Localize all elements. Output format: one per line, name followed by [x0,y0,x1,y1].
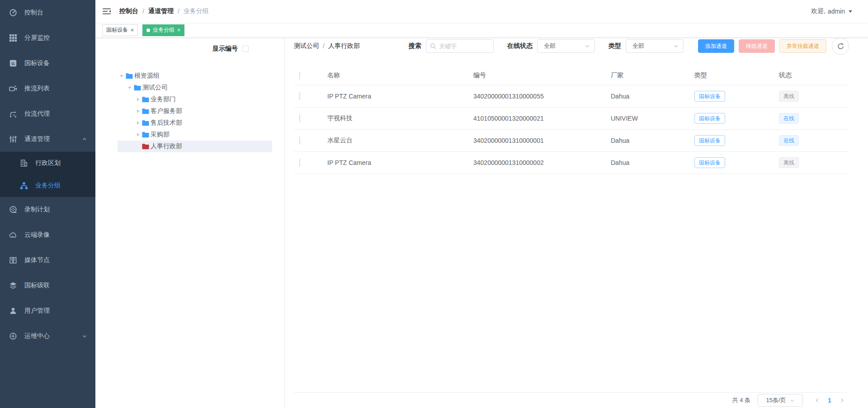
sidebar-item-split-screen[interactable]: 分屏监控 [0,25,95,51]
row-checkbox[interactable] [299,159,300,167]
username: admin [828,8,845,15]
chevron-down-icon [82,333,87,339]
column-header-vendor: 厂家 [611,66,694,85]
channel-name: 宇视科技 [327,107,473,129]
sidebar-item-label: 用户管理 [24,307,50,315]
search-input[interactable] [439,43,490,50]
main-content: 显示编号 根资源组 测试公司 业务部门 客户服务部 [95,38,868,408]
tree-node-label: 根资源组 [134,72,160,80]
channel-name: IP PTZ Camera [327,85,473,107]
ops-center-icon [9,332,17,340]
search-group: 搜索 [409,39,494,53]
page-size-select[interactable]: 15条/页 [758,394,803,407]
sidebar-item-gb-device[interactable]: G 国标设备 [0,51,95,76]
select-all-checkbox[interactable] [299,71,300,80]
type-label: 类型 [609,42,621,50]
caret-down-icon[interactable] [118,73,126,79]
tree-node[interactable]: 售后技术部 [118,117,272,129]
sidebar-item-user-manage[interactable]: 用户管理 [0,298,95,324]
channel-vendor: Dahua [611,151,694,174]
chevron-up-icon [82,136,87,142]
column-header-code: 编号 [473,66,611,85]
breadcrumb-item[interactable]: 控制台 [119,7,138,15]
caret-right-icon[interactable] [134,109,142,113]
tree-node-label: 业务部门 [151,95,176,103]
type-tag: 国标设备 [694,113,725,124]
type-tag: 国标设备 [694,157,725,168]
tree-node[interactable]: 根资源组 [118,70,272,82]
online-status-label: 在线状态 [507,42,533,50]
status-badge: 离线 [779,157,799,168]
group-tree-panel: 显示编号 根资源组 测试公司 业务部门 客户服务部 [95,38,285,408]
close-icon[interactable] [177,28,180,33]
tree-node[interactable]: 采购部 [118,129,272,141]
online-status-select[interactable]: 全部 [537,39,595,53]
tab-gb-device[interactable]: 国标设备 [102,24,138,36]
sidebar-item-gb-cascade[interactable]: 国标级联 [0,273,95,298]
type-value: 全部 [632,42,644,50]
remove-channel-button[interactable]: 移除通道 [739,39,775,53]
caret-down-icon[interactable] [126,84,134,91]
channel-manage-submenu: 行政区划 业务分组 [0,152,95,197]
refresh-button[interactable] [832,38,849,55]
show-code-checkbox[interactable] [242,46,249,52]
sidebar-item-business-group[interactable]: 业务分组 [0,174,95,197]
welcome-text: 欢迎, [811,7,826,15]
channel-manage-icon [9,135,17,143]
channel-name: 水星云台 [327,129,473,151]
next-page-button[interactable] [835,398,849,403]
channel-vendor: Dahua [611,129,694,151]
table-row[interactable]: IP PTZ Camera 34020000001310000055 Dahua… [294,85,849,107]
sidebar-item-cloud-record[interactable]: 云端录像 [0,222,95,248]
row-checkbox[interactable] [299,136,300,145]
folder-icon [142,108,149,114]
tree-node[interactable]: 客户服务部 [118,105,272,117]
table-row[interactable]: IP PTZ Camera 34020000001310000002 Dahua… [294,151,849,174]
page-number-current[interactable]: 1 [825,397,835,404]
group-breadcrumb-separator: / [323,42,325,50]
user-dropdown[interactable]: 欢迎, admin [811,7,852,15]
tree-node-selected[interactable]: 人事行政部 [118,141,272,152]
breadcrumb-separator: / [142,8,144,15]
breadcrumb-item[interactable]: 通道管理 [148,7,174,15]
folder-icon [142,143,149,150]
action-buttons: 添加通道 移除通道 异常挂载通道 [693,38,849,55]
sidebar-item-channel-manage[interactable]: 通道管理 [0,127,95,152]
add-channel-button[interactable]: 添加通道 [698,39,734,53]
table-row[interactable]: 宇视科技 41010500001320000021 UNIVIEW 国标设备 在… [294,107,849,129]
search-label: 搜索 [409,42,421,50]
prev-page-button[interactable] [810,398,825,403]
sidebar-item-push-stream[interactable]: 推流列表 [0,76,95,101]
close-icon[interactable] [131,28,134,33]
tab-business-group[interactable]: 业务分组 [142,24,184,36]
sidebar-item-label: 云端录像 [24,231,50,239]
sidebar-item-record-plan[interactable]: 录制计划 [0,197,95,222]
caret-right-icon[interactable] [134,133,142,136]
hamburger-icon[interactable] [102,7,111,16]
split-screen-icon [9,34,17,42]
top-navbar: 控制台 / 通道管理 / 业务分组 欢迎, admin [95,0,868,23]
row-checkbox[interactable] [299,92,300,100]
channel-table: 名称 编号 厂家 类型 状态 IP PTZ Camera 34020000001… [294,66,849,174]
row-checkbox[interactable] [299,114,300,122]
cloud-record-icon [9,231,17,239]
tree-node[interactable]: 测试公司 [118,82,272,94]
sidebar-item-label: 国标设备 [24,59,50,67]
caret-right-icon[interactable] [134,121,142,125]
type-select[interactable]: 全部 [626,39,684,53]
sidebar-item-pull-stream[interactable]: 拉流代理 [0,101,95,127]
tree-node[interactable]: 业务部门 [118,94,272,105]
sidebar-item-ops-center[interactable]: 运维中心 [0,324,95,349]
folder-icon [134,84,141,91]
caret-right-icon[interactable] [134,98,142,101]
sidebar-item-console[interactable]: 控制台 [0,0,95,25]
user-manage-icon [9,307,17,315]
sidebar-item-admin-division[interactable]: 行政区划 [0,152,95,174]
push-stream-icon [9,84,17,93]
table-row[interactable]: 水星云台 34020000001310000001 Dahua 国标设备 在线 [294,129,849,151]
sidebar-item-media-node[interactable]: 媒体节点 [0,248,95,273]
abnormal-mount-button[interactable]: 异常挂载通道 [779,39,826,53]
online-status-value: 全部 [544,42,556,50]
record-plan-icon [9,206,17,214]
tags-view-bar: 国标设备 业务分组 [95,23,868,38]
